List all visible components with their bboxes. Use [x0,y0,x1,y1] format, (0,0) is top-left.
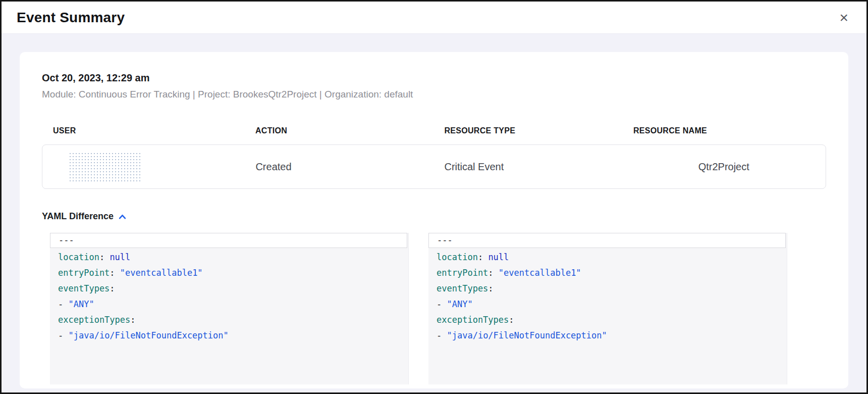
event-meta: Module: Continuous Error Tracking | Proj… [42,89,826,100]
cell-action: Created [244,161,433,173]
table-header-row: USER ACTION RESOURCE TYPE RESOURCE NAME [42,126,826,135]
cell-user [42,152,244,181]
vertical-scrollbar[interactable] [787,233,798,384]
chevron-up-icon[interactable] [118,213,127,221]
yaml-pane-left: ---location: nullentryPoint: "eventcalla… [50,233,419,384]
yaml-difference-toggle[interactable]: YAML Difference [42,211,127,222]
yaml-code-left: ---location: nullentryPoint: "eventcalla… [50,233,419,343]
cell-resource-name: Qtr2Project [622,161,826,173]
close-icon[interactable]: × [836,9,851,26]
event-summary-modal: Event Summary × Oct 20, 2023, 12:29 am M… [0,0,868,394]
yaml-diff-panes: ---location: nullentryPoint: "eventcalla… [50,233,798,384]
yaml-code-right: ---location: nullentryPoint: "eventcalla… [428,233,798,343]
yaml-difference-label: YAML Difference [42,211,114,222]
yaml-pane-right: ---location: nullentryPoint: "eventcalla… [428,233,798,384]
vertical-scrollbar[interactable] [408,233,419,384]
redacted-user-avatar [69,152,142,181]
column-header-user: USER [42,126,244,135]
column-header-resource-name: RESOURCE NAME [622,126,826,135]
cell-resource-type: Critical Event [433,161,622,173]
modal-body: Oct 20, 2023, 12:29 am Module: Continuou… [2,34,866,392]
column-header-resource-type: RESOURCE TYPE [433,126,622,135]
event-card: Oct 20, 2023, 12:29 am Module: Continuou… [20,52,848,388]
table-row: Created Critical Event Qtr2Project [42,144,826,189]
event-timestamp: Oct 20, 2023, 12:29 am [42,72,826,84]
page-title: Event Summary [17,10,125,26]
column-header-action: ACTION [244,126,433,135]
modal-header: Event Summary × [2,2,866,34]
